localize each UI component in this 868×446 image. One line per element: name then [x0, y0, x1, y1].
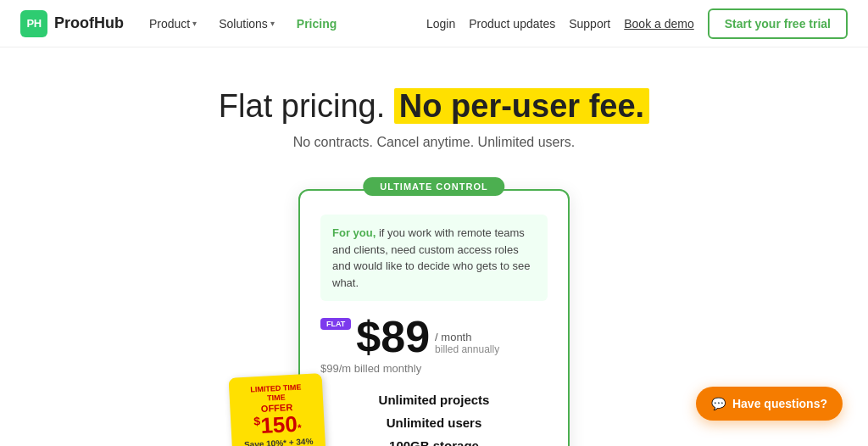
ultimate-badge: ULTIMATE CONTROL	[363, 177, 504, 196]
ultimate-card: ULTIMATE CONTROL For you, if you work wi…	[298, 189, 570, 446]
offer-price: $150*	[242, 410, 313, 438]
nav-solutions[interactable]: Solutions ▾	[210, 12, 283, 36]
navbar: PH ProofHub Product ▾ Solutions ▾ Pricin…	[0, 0, 868, 47]
nav-support[interactable]: Support	[569, 17, 610, 31]
chevron-down-icon: ▾	[192, 19, 197, 28]
ultimate-card-body: For you, if you work with remote teams a…	[300, 191, 568, 446]
hero-subtitle: No contracts. Cancel anytime. Unlimited …	[17, 135, 851, 150]
ultimate-price: $89	[356, 315, 430, 359]
nav-right: Login Product updates Support Book a dem…	[426, 8, 848, 39]
nav-left: PH ProofHub Product ▾ Solutions ▾ Pricin…	[20, 10, 345, 37]
offer-sticker: Limited time time OFFER $150* Save 10%* …	[229, 373, 326, 446]
offer-asterisk: *	[298, 421, 302, 433]
nav-product-updates[interactable]: Product updates	[469, 17, 555, 31]
hero-section: Flat pricing. No per-user fee. No contra…	[0, 47, 868, 164]
nav-links: Product ▾ Solutions ▾ Pricing	[141, 12, 345, 36]
chat-button[interactable]: 💬 Have questions?	[696, 387, 843, 421]
hero-highlight: No per-user fee.	[394, 88, 649, 124]
ultimate-monthly-note: $99/m billed monthly	[320, 362, 548, 375]
ultimate-price-right: / month billed annually	[435, 331, 499, 355]
for-you-text: For you,	[332, 226, 376, 239]
chat-icon: 💬	[711, 397, 726, 410]
chevron-down-icon: ▾	[270, 19, 275, 28]
ultimate-features-bold: Unlimited projects Unlimited users 100GB…	[320, 388, 548, 446]
hero-title: Flat pricing. No per-user fee.	[17, 88, 851, 125]
ultimate-flat-badge: FLAT	[320, 318, 351, 330]
nav-cta-button[interactable]: Start your free trial	[708, 8, 848, 39]
logo-icon: PH	[20, 10, 47, 37]
pricing-wrapper: Limited time time OFFER $150* Save 10%* …	[298, 189, 570, 446]
nav-product[interactable]: Product ▾	[141, 12, 205, 36]
logo-name: ProofHub	[54, 14, 124, 32]
chat-label: Have questions?	[732, 397, 827, 410]
nav-pricing[interactable]: Pricing	[288, 12, 345, 36]
ultimate-price-row: FLAT $89 / month billed annually	[320, 315, 548, 359]
nav-login[interactable]: Login	[426, 17, 455, 31]
ultimate-description: For you, if you work with remote teams a…	[320, 215, 548, 301]
logo[interactable]: PH ProofHub	[20, 10, 124, 37]
nav-book-demo[interactable]: Book a demo	[624, 17, 694, 31]
